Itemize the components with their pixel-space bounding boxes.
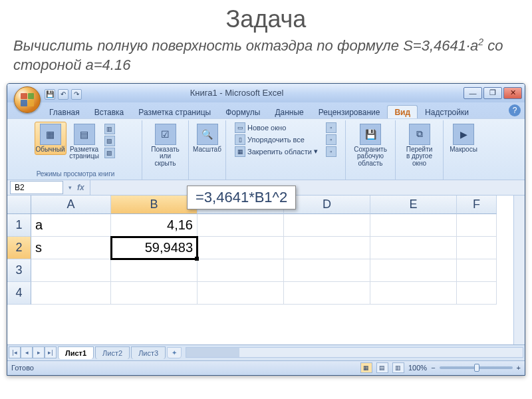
qat-save-icon[interactable]: 💾	[45, 89, 55, 100]
zoom-in-icon[interactable]: +	[517, 364, 521, 372]
save-workspace-button[interactable]: 💾 Сохранить рабочую область	[354, 122, 386, 170]
name-box[interactable]: B2	[10, 181, 63, 194]
tab-формулы[interactable]: Формулы	[218, 105, 267, 118]
tab-надстройки[interactable]: Надстройки	[418, 105, 476, 118]
sheet-nav-first[interactable]: |◂	[9, 346, 21, 358]
cell-D1[interactable]	[284, 214, 370, 237]
quick-access-toolbar: 💾 ↶ ↷	[45, 89, 82, 100]
cell-E4[interactable]	[370, 282, 457, 305]
zoom-icon: 🔍	[197, 124, 218, 145]
view-normal-icon[interactable]: ▦	[360, 362, 372, 373]
cell-B4[interactable]	[111, 282, 198, 305]
tab-вставка[interactable]: Вставка	[87, 105, 132, 118]
column-header-A[interactable]: A	[31, 196, 111, 214]
office-button[interactable]	[14, 86, 41, 113]
excel-window: 💾 ↶ ↷ Книга1 - Microsoft Excel — ❐ ✕ Гла…	[7, 83, 525, 376]
win-small-2[interactable]: ▫	[324, 134, 338, 146]
view-small-3[interactable]: ▨	[102, 147, 117, 159]
row-header-1[interactable]: 1	[7, 214, 31, 237]
status-ready: Готово	[11, 364, 34, 372]
column-header-E[interactable]: E	[370, 196, 457, 214]
cell-D2[interactable]	[284, 237, 370, 259]
row-header-2[interactable]: 2	[7, 237, 31, 259]
ribbon-group-views-label: Режимы просмотра книги	[37, 169, 115, 180]
titlebar: Книга1 - Microsoft Excel — ❐ ✕	[7, 84, 525, 102]
view-pagebreak-icon[interactable]: ▥	[392, 362, 404, 373]
cell-C1[interactable]	[198, 214, 284, 237]
horizontal-scrollbar[interactable]	[186, 347, 523, 358]
macros-button[interactable]: ▶ Макросы	[448, 122, 479, 156]
select-all-corner[interactable]	[7, 196, 31, 214]
cell-B2[interactable]: 59,9483	[111, 237, 198, 259]
spreadsheet-grid[interactable]: ABCDEF 1a4,162s59,948334	[7, 196, 525, 344]
zoom-out-icon[interactable]: −	[431, 364, 435, 372]
view-normal-button[interactable]: ▦ Обычный	[35, 122, 66, 156]
view-pagelayout-button[interactable]: ▤ Разметка страницы	[68, 122, 100, 162]
vertical-scrollbar[interactable]	[513, 196, 525, 344]
cell-C2[interactable]	[198, 237, 284, 259]
tab-разметка страницы[interactable]: Разметка страницы	[131, 105, 218, 118]
view-small-1[interactable]: ▥	[102, 123, 117, 135]
cell-C3[interactable]	[198, 259, 284, 282]
column-header-B[interactable]: B	[111, 196, 198, 214]
minimize-button[interactable]: —	[464, 87, 482, 99]
tab-рецензирование[interactable]: Рецензирование	[311, 105, 388, 118]
win-small-3[interactable]: ▫	[324, 146, 338, 158]
cell-F2[interactable]	[457, 237, 497, 259]
sheet-nav-last[interactable]: ▸|	[45, 346, 57, 358]
cell-B1[interactable]: 4,16	[111, 214, 198, 237]
sheet-nav-next[interactable]: ▸	[33, 346, 45, 358]
dropdown-icon[interactable]: ▾	[68, 184, 72, 191]
cell-F3[interactable]	[457, 259, 497, 282]
tab-данные[interactable]: Данные	[267, 105, 311, 118]
cell-E1[interactable]	[370, 214, 457, 237]
zoom-slider[interactable]	[440, 366, 513, 369]
sheet-tab-bar: |◂ ◂ ▸ ▸| Лист1 Лист2 Лист3 ✦	[7, 344, 525, 360]
grid-icon: ▦	[40, 124, 61, 145]
switch-icon: ⧉	[409, 124, 430, 145]
row-header-4[interactable]: 4	[7, 282, 31, 305]
cell-D3[interactable]	[284, 259, 370, 282]
cell-B3[interactable]	[111, 259, 198, 282]
fx-icon[interactable]: fx	[74, 183, 87, 192]
switch-window-button[interactable]: ⧉ Перейти в другое окно	[404, 122, 436, 170]
qat-redo-icon[interactable]: ↷	[71, 89, 82, 100]
zoom-button[interactable]: 🔍 Масштаб	[192, 122, 223, 156]
sheet-tab-active[interactable]: Лист1	[58, 346, 94, 359]
close-button[interactable]: ✕	[503, 87, 522, 99]
showhide-icon: ☑	[155, 124, 176, 145]
cell-E3[interactable]	[370, 259, 457, 282]
tab-вид[interactable]: Вид	[387, 105, 418, 118]
freeze-panes-button[interactable]: ▦Закрепить области ▾	[233, 146, 320, 158]
row-header-3[interactable]: 3	[7, 259, 31, 282]
new-window-button[interactable]: ▭Новое окно	[233, 122, 320, 134]
fill-handle[interactable]	[195, 257, 199, 261]
sheet-tab-3[interactable]: Лист3	[131, 346, 166, 359]
cell-A1[interactable]: a	[31, 214, 111, 237]
cell-F4[interactable]	[457, 282, 497, 305]
win-small-1[interactable]: ▫	[324, 122, 338, 134]
qat-undo-icon[interactable]: ↶	[58, 89, 68, 100]
sheet-nav-prev[interactable]: ◂	[21, 346, 33, 358]
formula-input[interactable]	[90, 180, 525, 195]
arrange-all-button[interactable]: ▯Упорядочить все	[233, 134, 320, 146]
cell-E2[interactable]	[370, 237, 457, 259]
column-header-F[interactable]: F	[457, 196, 497, 214]
cell-F1[interactable]	[457, 214, 497, 237]
zoom-percent[interactable]: 100%	[408, 364, 427, 372]
formula-tooltip: =3,4641*B1^2	[187, 186, 296, 209]
cell-C4[interactable]	[198, 282, 284, 305]
sheet-tab-2[interactable]: Лист2	[95, 346, 130, 359]
column-header-D[interactable]: D	[284, 196, 370, 214]
help-icon[interactable]: ?	[509, 104, 521, 116]
cell-A3[interactable]	[31, 259, 111, 282]
show-hide-button[interactable]: ☑ Показать или скрыть	[150, 122, 182, 170]
cell-A2[interactable]: s	[31, 237, 111, 259]
view-pagelayout-icon[interactable]: ▤	[376, 362, 388, 373]
view-small-2[interactable]: ▧	[102, 135, 117, 147]
new-sheet-button[interactable]: ✦	[167, 347, 182, 358]
cell-A4[interactable]	[31, 282, 111, 305]
cell-D4[interactable]	[284, 282, 370, 305]
tab-главная[interactable]: Главная	[42, 105, 87, 118]
maximize-button[interactable]: ❐	[483, 87, 502, 99]
